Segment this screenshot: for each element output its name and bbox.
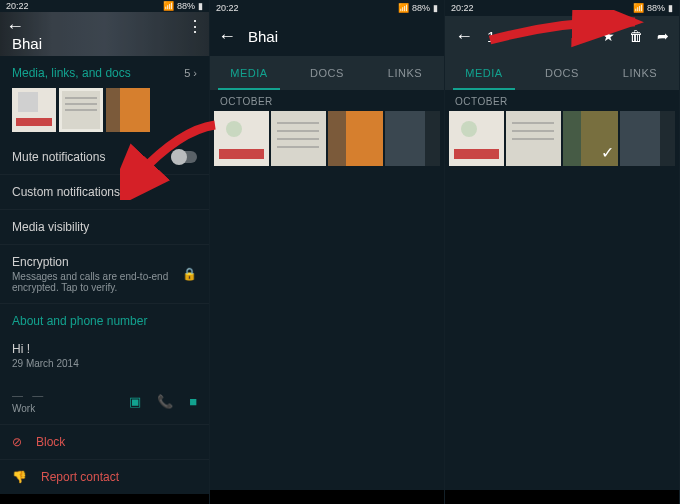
about-row[interactable]: Hi ! 29 March 2014 [0, 332, 209, 379]
status-right: 📶 88% ▮ [163, 1, 203, 11]
video-icon[interactable]: ■ [189, 394, 197, 409]
media-header-title: Bhai [248, 28, 278, 45]
svg-rect-21 [425, 111, 440, 166]
back-icon[interactable]: ← [455, 26, 473, 47]
back-icon[interactable]: ← [6, 16, 24, 37]
wifi-icon: 📶 [163, 1, 174, 11]
tab-docs[interactable]: DOCS [288, 56, 366, 90]
battery-pct: 88% [412, 3, 430, 13]
media-grid: ✓ [445, 111, 679, 166]
mute-toggle[interactable] [171, 151, 197, 163]
battery-icon: ▮ [668, 3, 673, 13]
report-row[interactable]: 👎 Report contact [0, 460, 209, 494]
tab-media[interactable]: MEDIA [210, 56, 288, 90]
mute-row[interactable]: Mute notifications [0, 140, 209, 175]
media-tabs: MEDIA DOCS LINKS [445, 56, 679, 90]
media-thumb[interactable] [620, 111, 675, 166]
media-thumb[interactable] [214, 111, 269, 166]
media-thumb[interactable] [271, 111, 326, 166]
wifi-icon: 📶 [633, 3, 644, 13]
svg-point-24 [461, 121, 477, 137]
media-count: 5 › [184, 67, 197, 79]
svg-rect-19 [328, 111, 346, 166]
media-thumb[interactable] [328, 111, 383, 166]
block-row[interactable]: ⊘ Block [0, 425, 209, 460]
media-thumb[interactable] [12, 88, 56, 132]
selection-count: 1 [487, 28, 495, 45]
wifi-icon: 📶 [398, 3, 409, 13]
nav-bar [0, 494, 209, 504]
phone-row[interactable]: — — Work ▣ 📞 ■ [0, 379, 209, 425]
svg-rect-2 [18, 92, 38, 112]
month-header: OCTOBER [210, 90, 444, 111]
media-thumb[interactable] [385, 111, 440, 166]
panel-media-selection: 20:22 📶88%▮ ← 1 ★ 🗑 ➦ MEDIA DOCS LINKS O… [445, 0, 680, 504]
about-text: Hi ! [12, 342, 79, 356]
thumbs-down-icon: 👎 [12, 470, 27, 484]
tab-media[interactable]: MEDIA [445, 56, 523, 90]
media-tabs: MEDIA DOCS LINKS [210, 56, 444, 90]
media-header: ← Bhai [210, 16, 444, 56]
about-section-label: About and phone number [12, 314, 147, 328]
phone-redacted: — — [12, 389, 43, 401]
nav-bar [445, 490, 679, 504]
battery-pct: 88% [647, 3, 665, 13]
selection-action-bar: ← 1 ★ 🗑 ➦ [445, 16, 679, 56]
media-visibility-row[interactable]: Media visibility [0, 210, 209, 245]
contact-name: Bhai [12, 35, 42, 52]
status-time: 20:22 [216, 3, 239, 13]
contact-header: ← ⋮ Bhai [0, 12, 209, 56]
svg-point-12 [226, 121, 242, 137]
call-icon[interactable]: 📞 [157, 394, 173, 409]
media-grid [210, 111, 444, 166]
about-section-header: About and phone number [0, 304, 209, 332]
forward-icon[interactable]: ➦ [657, 28, 669, 44]
media-thumb[interactable] [106, 88, 150, 132]
custom-notifications-row[interactable]: Custom notifications [0, 175, 209, 210]
tab-links[interactable]: LINKS [366, 56, 444, 90]
report-label: Report contact [41, 470, 119, 484]
visibility-label: Media visibility [12, 220, 89, 234]
delete-icon[interactable]: 🗑 [629, 28, 643, 44]
custom-label: Custom notifications [12, 185, 120, 199]
status-bar: 20:22 📶88%▮ [445, 0, 679, 16]
about-date: 29 March 2014 [12, 358, 79, 369]
media-thumb-selected[interactable]: ✓ [563, 111, 618, 166]
block-icon: ⊘ [12, 435, 22, 449]
month-header: OCTOBER [445, 90, 679, 111]
encryption-label: Encryption [12, 255, 182, 269]
status-time: 20:22 [451, 3, 474, 13]
svg-rect-1 [16, 118, 52, 126]
encryption-row[interactable]: Encryption Messages and calls are end-to… [0, 245, 209, 304]
encryption-sub: Messages and calls are end-to-end encryp… [12, 271, 182, 293]
status-bar: 20:22 📶 88% ▮ [0, 0, 209, 12]
tab-docs[interactable]: DOCS [523, 56, 601, 90]
mute-label: Mute notifications [12, 150, 105, 164]
svg-rect-11 [219, 149, 264, 159]
media-section-header[interactable]: Media, links, and docs 5 › [0, 56, 209, 84]
back-icon[interactable]: ← [218, 26, 236, 47]
battery-icon: ▮ [198, 1, 203, 11]
lock-icon: 🔒 [182, 267, 197, 281]
nav-bar [210, 490, 444, 504]
media-section-label: Media, links, and docs [12, 66, 131, 80]
message-icon[interactable]: ▣ [129, 394, 141, 409]
block-label: Block [36, 435, 65, 449]
svg-rect-32 [660, 111, 675, 166]
media-thumb[interactable] [449, 111, 504, 166]
check-icon: ✓ [601, 143, 614, 162]
phone-label: Work [12, 403, 43, 414]
media-thumb[interactable] [59, 88, 103, 132]
svg-rect-23 [454, 149, 499, 159]
star-icon[interactable]: ★ [602, 28, 615, 44]
tab-links[interactable]: LINKS [601, 56, 679, 90]
more-icon[interactable]: ⋮ [187, 17, 203, 36]
status-time: 20:22 [6, 1, 29, 11]
panel-media-browser: 20:22 📶88%▮ ← Bhai MEDIA DOCS LINKS OCTO… [210, 0, 445, 504]
media-thumb[interactable] [506, 111, 561, 166]
battery-icon: ▮ [433, 3, 438, 13]
media-strip[interactable] [0, 84, 209, 140]
svg-rect-9 [106, 88, 120, 132]
panel-contact-info: 20:22 📶 88% ▮ ← ⋮ Bhai Media, links, and… [0, 0, 210, 504]
status-bar: 20:22 📶88%▮ [210, 0, 444, 16]
